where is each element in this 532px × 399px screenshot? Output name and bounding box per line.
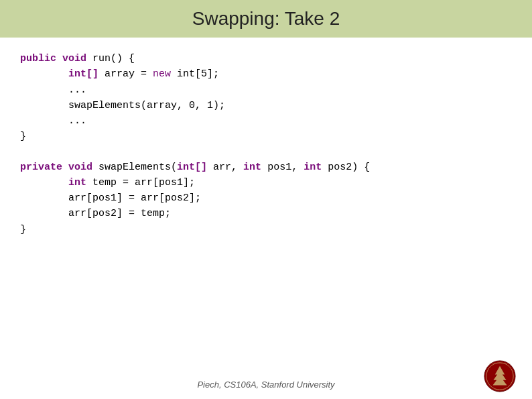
stanford-seal: STANFORD UNIVERSITY FOUNDED 1885 <box>484 360 516 392</box>
footer: Piech, CS106A, Stanford University <box>0 380 532 390</box>
code-line: private void swapElements(int[] arr, int… <box>20 160 512 175</box>
code-line: public void run() { <box>20 51 512 66</box>
keyword-int-arr: int[] <box>177 162 207 173</box>
keyword-int-array: int[] <box>68 68 98 80</box>
code-line: arr[pos2] = temp; <box>20 206 512 221</box>
code-line: swapElements(array, 0, 1); <box>20 98 512 113</box>
svg-text:FOUNDED 1885: FOUNDED 1885 <box>494 389 507 391</box>
code-block-run: public void run() { int[] array = new in… <box>20 51 512 145</box>
keyword-new: new <box>153 68 171 80</box>
keyword-void2: void <box>68 162 92 173</box>
footer-credit: Piech, CS106A, Stanford University <box>197 380 334 390</box>
page-title: Swapping: Take 2 <box>192 8 340 29</box>
keyword-private: private <box>20 162 62 173</box>
keyword-void: void <box>62 53 86 64</box>
code-line: int temp = arr[pos1]; <box>20 175 512 190</box>
code-line: arr[pos1] = arr[pos2]; <box>20 190 512 206</box>
code-block-swap: private void swapElements(int[] arr, int… <box>20 160 512 237</box>
code-line: ... <box>20 113 512 129</box>
code-line: int[] array = new int[5]; <box>20 66 512 82</box>
keyword-public: public <box>20 53 56 64</box>
keyword-int-pos2: int <box>304 162 322 173</box>
header-bar: Swapping: Take 2 <box>0 0 532 38</box>
code-line: } <box>20 129 512 144</box>
code-line: } <box>20 222 512 237</box>
svg-text:STANFORD UNIVERSITY: STANFORD UNIVERSITY <box>489 361 511 364</box>
gap <box>20 145 512 160</box>
keyword-int-temp: int <box>68 177 86 188</box>
code-line: ... <box>20 82 512 98</box>
main-content: public void run() { int[] array = new in… <box>0 38 532 244</box>
keyword-int-pos1: int <box>243 162 261 173</box>
